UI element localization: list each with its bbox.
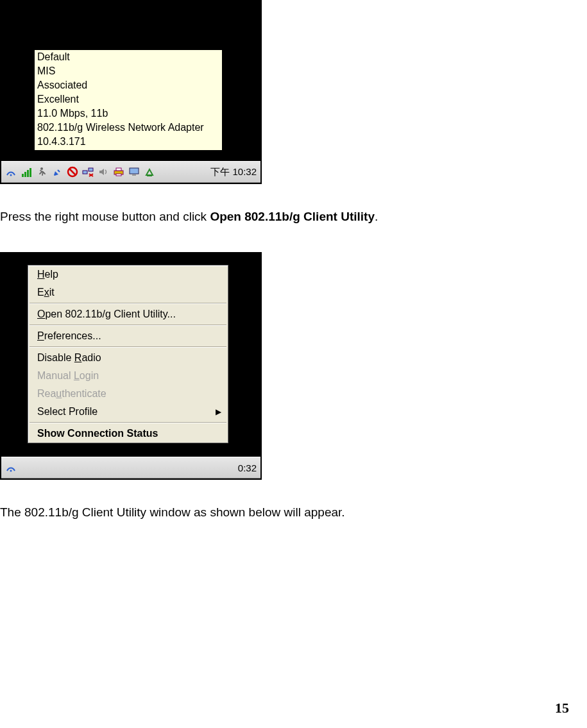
reauth-pre: Rea — [37, 388, 56, 399]
taskbar: 下午 10:32 — [1, 161, 260, 183]
para1-text-post: . — [375, 210, 378, 223]
tooltip-line: Default — [37, 50, 219, 64]
svg-rect-12 — [132, 174, 136, 176]
svg-rect-11 — [130, 168, 139, 174]
select-profile-label: Select Profile — [37, 406, 98, 418]
tooltip-line: 11.0 Mbps, 11b — [37, 106, 219, 121]
wireless-icon[interactable] — [4, 461, 18, 475]
menu-separator — [30, 325, 226, 326]
para1-text-pre: Press the right mouse button and click — [0, 210, 210, 223]
screenshot-tooltip: Default MIS Associated Excellent 11.0 Mb… — [0, 0, 262, 184]
show-status-label: Show Connection Status — [37, 428, 158, 439]
svg-line-3 — [69, 169, 76, 175]
submenu-arrow-icon: ▶ — [216, 407, 221, 416]
menu-item-select-profile[interactable]: Select Profile▶ — [28, 403, 228, 421]
menu-item-disable-radio[interactable]: Disable Radio — [28, 349, 228, 367]
tray-tooltip: Default MIS Associated Excellent 11.0 Mb… — [34, 49, 223, 151]
manual-login-pre: Manual — [37, 370, 74, 381]
menu-separator — [30, 303, 226, 304]
menu-item-reauthenticate: Reauthenticate — [28, 385, 228, 403]
taskbar-clock-partial: 0:32 — [238, 462, 258, 473]
menu-item-preferences[interactable]: Preferences... — [28, 327, 228, 345]
tooltip-line: 10.4.3.171 — [37, 135, 219, 149]
manual-login-post: ogin — [80, 370, 99, 381]
screenshot-context-menu: Help Exit Open 802.11b/g Client Utility.… — [0, 252, 262, 480]
volume-icon[interactable] — [96, 165, 110, 179]
menu-item-help[interactable]: Help — [28, 266, 228, 284]
instruction-paragraph-2: The 802.11b/g Client Utility window as s… — [0, 505, 587, 520]
svg-point-1 — [40, 167, 43, 170]
tooltip-line: Excellent — [37, 92, 219, 106]
disable-radio-pre: Disable — [37, 352, 74, 363]
system-tray — [4, 461, 18, 475]
svg-rect-9 — [116, 168, 121, 171]
network-disconnected-icon[interactable] — [81, 165, 95, 179]
pen-icon[interactable] — [50, 165, 64, 179]
reauth-ul: u — [56, 388, 62, 399]
svg-point-14 — [10, 470, 12, 472]
instruction-paragraph-1: Press the right mouse button and click O… — [0, 210, 587, 224]
svg-rect-5 — [89, 168, 93, 171]
wireless-icon[interactable] — [4, 165, 18, 179]
menu-separator — [30, 422, 226, 423]
manual-login-ul: L — [74, 370, 80, 381]
svg-rect-10 — [116, 174, 121, 176]
menu-item-manual-login: Manual Login — [28, 367, 228, 385]
running-man-icon[interactable] — [35, 165, 49, 179]
taskbar: 0:32 — [1, 457, 260, 478]
taskbar-clock: 下午 10:32 — [210, 166, 258, 178]
para1-text-bold: Open 802.11b/g Client Utility — [210, 210, 375, 223]
tooltip-line: 802.11b/g Wireless Network Adapter — [37, 121, 219, 135]
reauth-post: thenticate — [62, 388, 106, 399]
page-number: 15 — [555, 700, 569, 716]
svg-rect-13 — [147, 175, 152, 176]
system-tray — [4, 165, 157, 179]
svg-point-0 — [10, 174, 12, 176]
tooltip-line: MIS — [37, 64, 219, 78]
menu-item-exit[interactable]: Exit — [28, 284, 228, 301]
menu-separator — [30, 346, 226, 348]
menu-item-open-client-utility[interactable]: Open 802.11b/g Client Utility... — [28, 305, 228, 323]
tray-context-menu: Help Exit Open 802.11b/g Client Utility.… — [28, 265, 228, 443]
signal-strength-icon[interactable] — [19, 165, 33, 179]
tooltip-line: Associated — [37, 78, 219, 92]
no-entry-icon[interactable] — [65, 165, 80, 179]
disable-radio-post: adio — [81, 352, 101, 363]
svg-rect-4 — [83, 171, 87, 174]
menu-item-show-connection-status[interactable]: Show Connection Status — [28, 425, 228, 443]
printer-icon[interactable] — [112, 165, 126, 179]
disable-radio-ul: R — [74, 352, 82, 363]
monitor-icon[interactable] — [127, 165, 141, 179]
usb-eject-icon[interactable] — [142, 165, 157, 179]
